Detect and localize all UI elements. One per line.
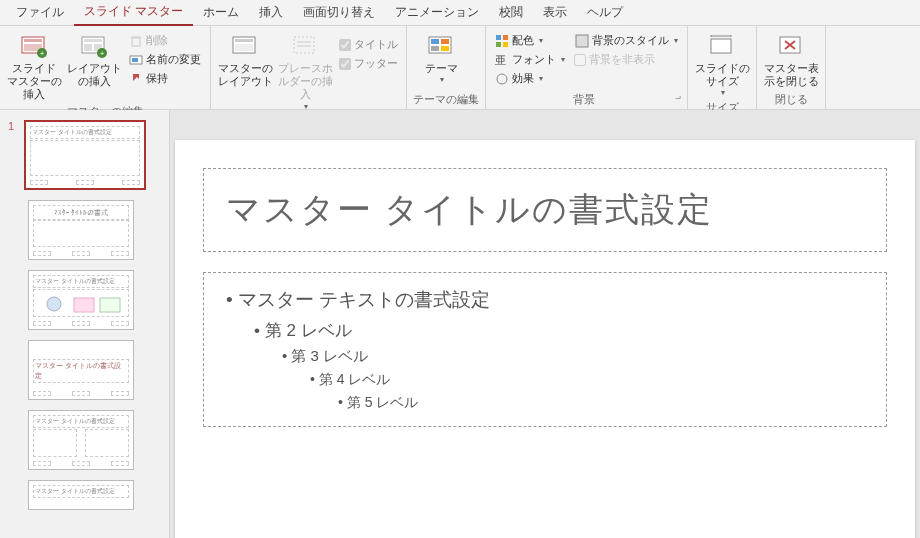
svg-text:+: + — [40, 49, 45, 58]
group-size: スライドのサイズ ▾ サイズ — [688, 26, 757, 109]
group-close-label: 閉じる — [763, 90, 819, 107]
svg-rect-1 — [24, 39, 42, 42]
tab-home[interactable]: ホーム — [193, 0, 249, 25]
group-theme: テーマ ▾ テーマの編集 — [407, 26, 486, 109]
svg-point-31 — [497, 74, 507, 84]
insert-layout-label: レイアウトの挿入 — [66, 62, 122, 88]
layout-thumbnail[interactable]: マスター タイトルの書式設定 — [28, 270, 134, 330]
dialog-launcher-icon[interactable] — [675, 93, 681, 104]
group-theme-label: テーマの編集 — [413, 90, 479, 107]
colors-button[interactable]: 配色▾ — [492, 32, 568, 49]
effects-button[interactable]: 効果▾ — [492, 70, 568, 87]
chevron-down-icon: ▾ — [440, 75, 444, 85]
theme-button[interactable]: テーマ ▾ — [413, 28, 469, 85]
insert-placeholder-label: プレースホルダーの挿入 — [277, 62, 333, 102]
preserve-button[interactable]: 保持 — [126, 70, 204, 87]
close-master-button[interactable]: マスター表示を閉じる — [763, 28, 819, 88]
delete-icon — [129, 34, 143, 48]
layout-thumbnail[interactable]: マスター タイトルの書式設定 — [28, 340, 134, 400]
svg-rect-11 — [132, 38, 140, 46]
master-thumbnail[interactable]: マスター タイトルの書式設定 — [24, 120, 146, 190]
effects-icon — [495, 72, 509, 86]
tab-animations[interactable]: アニメーション — [385, 0, 489, 25]
bg-style-icon — [575, 34, 589, 48]
svg-text:亜: 亜 — [495, 54, 506, 66]
title-checkbox[interactable]: タイトル — [337, 36, 400, 53]
close-master-label: マスター表示を閉じる — [763, 62, 819, 88]
thumb-body-ph — [33, 219, 129, 247]
insert-layout-button[interactable]: + レイアウトの挿入 — [66, 28, 122, 88]
svg-rect-25 — [441, 46, 449, 51]
bg-style-label: 背景のスタイル — [592, 33, 669, 48]
theme-icon — [427, 32, 455, 60]
footer-checkbox[interactable]: フッター — [337, 55, 400, 72]
thumbnail-panel[interactable]: 1 マスター タイトルの書式設定 ﾏｽﾀｰ ﾀｲﾄﾙの書式 マスター タイトルの… — [0, 110, 170, 538]
layout-thumbnail[interactable]: マスター タイトルの書式設定 — [28, 410, 134, 470]
colors-icon — [495, 34, 509, 48]
master-layout-button[interactable]: マスターのレイアウト — [217, 28, 273, 88]
thumb-title-ph: マスター タイトルの書式設定 — [33, 359, 129, 383]
layout-icon: + — [80, 32, 108, 60]
body-level-3[interactable]: 第 3 レベル — [282, 347, 864, 366]
tab-review[interactable]: 校閲 — [489, 0, 533, 25]
svg-point-40 — [47, 297, 61, 311]
delete-label: 削除 — [146, 33, 168, 48]
fonts-button[interactable]: 亜 フォント▾ — [492, 51, 568, 68]
chevron-down-icon: ▾ — [721, 88, 725, 98]
svg-rect-28 — [496, 42, 501, 47]
body-level-5[interactable]: 第 5 レベル — [338, 394, 864, 412]
colors-label: 配色 — [512, 33, 534, 48]
body-level-2[interactable]: 第 2 レベル — [254, 319, 864, 342]
theme-label: テーマ — [425, 62, 458, 75]
title-check-label: タイトル — [354, 37, 398, 52]
layout-thumbnail[interactable]: ﾏｽﾀｰ ﾀｲﾄﾙの書式 — [28, 200, 134, 260]
rename-icon — [129, 53, 143, 67]
insert-placeholder-button[interactable]: プレースホルダーの挿入 ▾ — [277, 28, 333, 111]
tab-file[interactable]: ファイル — [6, 0, 74, 25]
slide-edit-area[interactable]: マスター タイトルの書式設定 マスター テキストの書式設定 第 2 レベル 第 … — [170, 110, 920, 538]
svg-text:+: + — [100, 49, 105, 58]
delete-button[interactable]: 削除 — [126, 32, 204, 49]
svg-rect-24 — [431, 46, 439, 51]
bg-style-button[interactable]: 背景のスタイル▾ — [572, 32, 681, 49]
hide-bg-checkbox[interactable]: 背景を非表示 — [572, 51, 681, 68]
title-placeholder[interactable]: マスター タイトルの書式設定 — [203, 168, 887, 252]
hide-bg-label: 背景を非表示 — [589, 52, 655, 67]
svg-rect-23 — [441, 39, 449, 44]
tab-transitions[interactable]: 画面切り替え — [293, 0, 385, 25]
svg-rect-29 — [503, 42, 508, 47]
thumb-number: 1 — [8, 120, 18, 132]
slide-master-canvas[interactable]: マスター タイトルの書式設定 マスター テキストの書式設定 第 2 レベル 第 … — [175, 140, 915, 538]
slide-master-icon: + — [20, 32, 48, 60]
slide-size-icon — [708, 32, 736, 60]
ribbon: + スライド マスターの挿入 + レイアウトの挿入 削除 名前の変更 — [0, 26, 920, 110]
preserve-icon — [129, 72, 143, 86]
tab-insert[interactable]: 挿入 — [249, 0, 293, 25]
svg-rect-41 — [74, 298, 94, 312]
slide-size-button[interactable]: スライドのサイズ ▾ — [694, 28, 750, 98]
insert-slide-master-button[interactable]: + スライド マスターの挿入 — [6, 28, 62, 102]
rename-label: 名前の変更 — [146, 52, 201, 67]
body-level-1[interactable]: マスター テキストの書式設定 — [226, 287, 864, 313]
thumb-title-ph: マスター タイトルの書式設定 — [30, 126, 140, 139]
group-background-label: 背景 — [492, 90, 675, 107]
title-text[interactable]: マスター タイトルの書式設定 — [226, 187, 864, 233]
close-icon — [777, 32, 805, 60]
insert-slide-master-label: スライド マスターの挿入 — [6, 62, 62, 102]
thumb-body-ph — [30, 140, 140, 176]
layout-thumbnail[interactable]: マスター タイトルの書式設定 — [28, 480, 134, 510]
svg-rect-26 — [496, 35, 501, 40]
body-level-4[interactable]: 第 4 レベル — [310, 371, 864, 389]
svg-rect-42 — [100, 298, 120, 312]
body-placeholder[interactable]: マスター テキストの書式設定 第 2 レベル 第 3 レベル 第 4 レベル 第… — [203, 272, 887, 427]
preserve-label: 保持 — [146, 71, 168, 86]
svg-rect-18 — [294, 37, 314, 53]
svg-rect-6 — [84, 39, 102, 42]
tab-view[interactable]: 表示 — [533, 0, 577, 25]
tab-slide-master[interactable]: スライド マスター — [74, 0, 193, 26]
rename-button[interactable]: 名前の変更 — [126, 51, 204, 68]
svg-rect-22 — [431, 39, 439, 44]
svg-rect-16 — [235, 39, 253, 42]
tab-help[interactable]: ヘルプ — [577, 0, 633, 25]
thumb-title-ph: マスター タイトルの書式設定 — [33, 275, 129, 288]
